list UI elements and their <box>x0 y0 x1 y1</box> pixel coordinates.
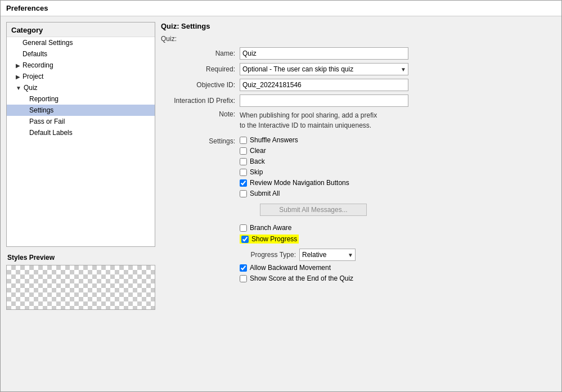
submit-all-messages-button[interactable]: Submit All Messages... <box>260 204 367 216</box>
review-mode-label: Review Mode Navigation Buttons <box>250 179 349 187</box>
skip-row: Skip <box>240 168 367 176</box>
sidebar-item-label: Recording <box>23 61 53 69</box>
submit-all-label: Submit All <box>250 190 280 197</box>
sidebar-item-label: Pass or Fail <box>29 118 65 125</box>
sidebar-item-label: Default Labels <box>29 129 73 137</box>
note-label: Note: <box>161 110 240 118</box>
back-label: Back <box>250 157 265 165</box>
interaction-id-input[interactable] <box>240 94 408 107</box>
note-text: When publishing for pool sharing, add a … <box>240 110 377 130</box>
sidebar-item-pass-or-fail[interactable]: Pass or Fail <box>7 116 155 127</box>
required-select[interactable]: Optional - The user can skip this quiz R… <box>240 63 408 75</box>
clear-checkbox[interactable] <box>240 147 247 155</box>
review-mode-row: Review Mode Navigation Buttons <box>240 179 367 187</box>
progress-type-label: Progress Type: <box>240 251 296 259</box>
sidebar-item-project[interactable]: ▶ Project <box>7 71 155 82</box>
required-select-wrapper: Optional - The user can skip this quiz R… <box>240 63 408 75</box>
sidebar-item-label: Reporting <box>29 95 59 103</box>
name-input[interactable] <box>240 47 408 60</box>
right-panel: Quiz: Settings Quiz: Name: Required: Opt… <box>161 22 556 310</box>
back-checkbox[interactable] <box>240 158 247 165</box>
quiz-section-label: Quiz: <box>161 35 556 43</box>
sidebar-item-label: Quiz <box>24 84 38 92</box>
skip-checkbox[interactable] <box>240 169 247 176</box>
branch-aware-checkbox[interactable] <box>240 224 247 232</box>
sidebar-item-reporting[interactable]: Reporting <box>7 93 155 105</box>
progress-type-select[interactable]: Relative Absolute <box>299 249 356 261</box>
arrow-right-icon: ▶ <box>16 62 20 69</box>
shuffle-answers-row: Shuffle Answers <box>240 136 367 144</box>
review-mode-checkbox[interactable] <box>240 179 247 187</box>
submit-all-checkbox[interactable] <box>240 190 247 197</box>
allow-backward-label: Allow Backward Movement <box>250 264 331 272</box>
branch-aware-row: Branch Aware <box>240 224 367 232</box>
submit-all-row: Submit All <box>240 190 367 197</box>
panel-title: Quiz: Settings <box>161 22 556 30</box>
objective-id-label: Objective ID: <box>161 81 240 89</box>
styles-preview-box <box>6 265 155 310</box>
styles-preview-label: Styles Preview <box>6 251 155 264</box>
allow-backward-row: Allow Backward Movement <box>240 264 367 272</box>
objective-id-input[interactable] <box>240 79 408 91</box>
sidebar-item-recording[interactable]: ▶ Recording <box>7 60 155 71</box>
sidebar-item-label: General Settings <box>23 39 73 47</box>
sidebar-item-label: Settings <box>29 106 53 114</box>
arrow-down-icon: ▼ <box>16 85 21 91</box>
branch-aware-label: Branch Aware <box>250 224 292 232</box>
arrow-right-icon: ▶ <box>16 74 20 80</box>
show-score-row: Show Score at the End of the Quiz <box>240 274 367 282</box>
clear-label: Clear <box>250 147 266 155</box>
clear-row: Clear <box>240 147 367 155</box>
sidebar-item-label: Defaults <box>23 50 47 58</box>
show-score-checkbox[interactable] <box>240 275 247 282</box>
category-title: Category <box>7 22 155 37</box>
objective-id-row: Objective ID: <box>161 79 556 91</box>
interaction-id-row: Interaction ID Prefix: <box>161 94 556 107</box>
sidebar-item-default-labels[interactable]: Default Labels <box>7 127 155 138</box>
left-panel: Category General Settings Defaults ▶ Rec… <box>6 22 155 310</box>
preferences-window: Preferences Category General Settings De… <box>0 0 562 392</box>
back-row: Back <box>240 157 367 165</box>
title-bar: Preferences <box>1 1 561 16</box>
required-label: Required: <box>161 65 240 73</box>
sidebar-item-settings[interactable]: Settings <box>7 105 155 116</box>
sidebar-item-defaults[interactable]: Defaults <box>7 48 155 60</box>
show-progress-row: Show Progress <box>240 235 367 244</box>
sidebar-item-quiz[interactable]: ▼ Quiz <box>7 82 155 93</box>
shuffle-answers-label: Shuffle Answers <box>250 136 298 144</box>
show-progress-checkbox[interactable] <box>241 236 249 243</box>
name-label: Name: <box>161 49 240 57</box>
show-progress-highlight: Show Progress <box>240 235 299 244</box>
settings-label: Settings: <box>161 136 240 145</box>
window-title: Preferences <box>6 4 48 12</box>
sidebar-item-general-settings[interactable]: General Settings <box>7 37 155 48</box>
category-box: Category General Settings Defaults ▶ Rec… <box>6 22 155 247</box>
note-row: Note: When publishing for pool sharing, … <box>161 110 556 130</box>
settings-checkboxes: Shuffle Answers Clear Back Skip <box>240 136 367 282</box>
progress-type-row: Progress Type: Relative Absolute ▼ <box>240 249 367 261</box>
show-progress-label: Show Progress <box>251 235 297 243</box>
allow-backward-checkbox[interactable] <box>240 264 247 272</box>
shuffle-answers-checkbox[interactable] <box>240 137 247 144</box>
skip-label: Skip <box>250 168 263 176</box>
sidebar-item-label: Project <box>23 73 43 80</box>
settings-section: Settings: Shuffle Answers Clear Back <box>161 136 556 282</box>
required-row: Required: Optional - The user can skip t… <box>161 63 556 75</box>
interaction-id-label: Interaction ID Prefix: <box>161 97 240 105</box>
show-score-label: Show Score at the End of the Quiz <box>250 274 353 282</box>
progress-type-select-wrapper: Relative Absolute ▼ <box>299 249 356 261</box>
name-row: Name: <box>161 47 556 60</box>
